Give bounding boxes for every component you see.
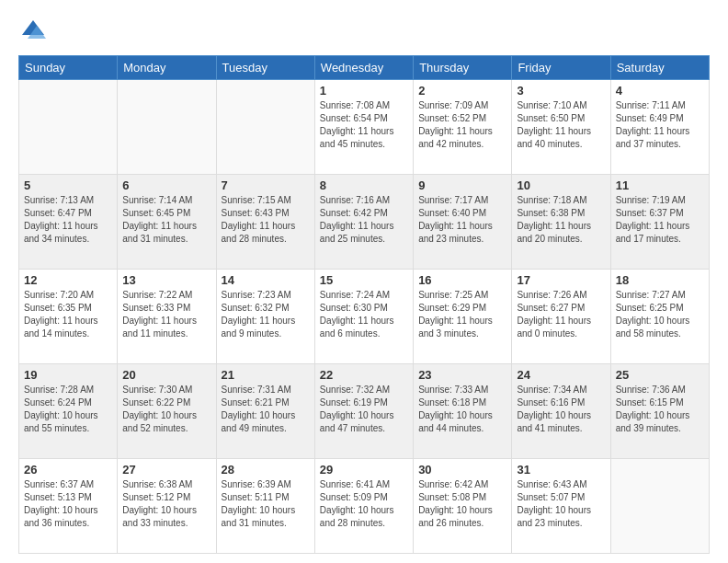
weekday-header-sunday: Sunday: [19, 56, 118, 80]
day-number: 24: [517, 368, 605, 382]
calendar-week-row: 26Sunrise: 6:37 AM Sunset: 5:13 PM Dayli…: [19, 459, 710, 554]
day-info: Sunrise: 7:33 AM Sunset: 6:18 PM Dayligh…: [418, 384, 506, 435]
day-number: 7: [222, 178, 310, 192]
calendar-cell: 31Sunrise: 6:43 AM Sunset: 5:07 PM Dayli…: [512, 459, 610, 554]
day-number: 16: [418, 273, 506, 287]
calendar-cell: 8Sunrise: 7:16 AM Sunset: 6:42 PM Daylig…: [314, 175, 413, 270]
day-info: Sunrise: 7:11 AM Sunset: 6:49 PM Dayligh…: [616, 99, 704, 151]
day-number: 26: [24, 463, 112, 477]
weekday-header-thursday: Thursday: [414, 56, 512, 80]
day-info: Sunrise: 7:18 AM Sunset: 6:38 PM Dayligh…: [517, 194, 605, 246]
day-number: 27: [122, 463, 210, 477]
day-info: Sunrise: 7:24 AM Sunset: 6:30 PM Dayligh…: [320, 289, 408, 340]
day-info: Sunrise: 6:38 AM Sunset: 5:12 PM Dayligh…: [122, 478, 210, 530]
day-number: 30: [418, 463, 506, 477]
day-info: Sunrise: 7:23 AM Sunset: 6:32 PM Dayligh…: [222, 289, 310, 340]
day-number: 4: [616, 84, 704, 98]
day-info: Sunrise: 7:17 AM Sunset: 6:40 PM Dayligh…: [418, 194, 506, 246]
calendar-cell: 11Sunrise: 7:19 AM Sunset: 6:37 PM Dayli…: [610, 175, 709, 270]
day-info: Sunrise: 7:20 AM Sunset: 6:35 PM Dayligh…: [24, 289, 112, 340]
day-info: Sunrise: 7:36 AM Sunset: 6:15 PM Dayligh…: [616, 384, 704, 435]
weekday-header-saturday: Saturday: [610, 56, 709, 80]
calendar-cell: [19, 80, 118, 175]
logo: [18, 17, 51, 46]
day-info: Sunrise: 7:25 AM Sunset: 6:29 PM Dayligh…: [418, 289, 506, 340]
calendar-cell: 10Sunrise: 7:18 AM Sunset: 6:38 PM Dayli…: [512, 175, 610, 270]
day-info: Sunrise: 7:10 AM Sunset: 6:50 PM Dayligh…: [517, 99, 605, 151]
day-info: Sunrise: 7:32 AM Sunset: 6:19 PM Dayligh…: [320, 384, 408, 435]
calendar-cell: 30Sunrise: 6:42 AM Sunset: 5:08 PM Dayli…: [414, 459, 512, 554]
day-number: 17: [517, 273, 605, 287]
day-number: 25: [616, 368, 704, 382]
day-number: 19: [24, 368, 112, 382]
day-number: 10: [517, 178, 605, 192]
calendar-cell: 27Sunrise: 6:38 AM Sunset: 5:12 PM Dayli…: [118, 459, 216, 554]
day-info: Sunrise: 7:14 AM Sunset: 6:45 PM Dayligh…: [122, 194, 210, 246]
day-number: 1: [320, 84, 408, 98]
calendar-cell: 23Sunrise: 7:33 AM Sunset: 6:18 PM Dayli…: [414, 364, 512, 459]
calendar-cell: 13Sunrise: 7:22 AM Sunset: 6:33 PM Dayli…: [118, 270, 216, 364]
day-number: 29: [320, 463, 408, 477]
logo-icon: [18, 17, 48, 46]
day-info: Sunrise: 7:13 AM Sunset: 6:47 PM Dayligh…: [24, 194, 112, 246]
day-number: 8: [320, 178, 408, 192]
day-number: 12: [24, 273, 112, 287]
day-number: 23: [418, 368, 506, 382]
day-number: 20: [122, 368, 210, 382]
day-number: 2: [418, 84, 506, 98]
calendar-cell: 4Sunrise: 7:11 AM Sunset: 6:49 PM Daylig…: [610, 80, 709, 175]
day-number: 14: [222, 273, 310, 287]
weekday-header-row: SundayMondayTuesdayWednesdayThursdayFrid…: [19, 56, 710, 80]
calendar-week-row: 1Sunrise: 7:08 AM Sunset: 6:54 PM Daylig…: [19, 80, 710, 175]
day-info: Sunrise: 7:30 AM Sunset: 6:22 PM Dayligh…: [122, 384, 210, 435]
day-number: 9: [418, 178, 506, 192]
day-number: 21: [222, 368, 310, 382]
calendar-cell: 7Sunrise: 7:15 AM Sunset: 6:43 PM Daylig…: [216, 175, 314, 270]
calendar-cell: 16Sunrise: 7:25 AM Sunset: 6:29 PM Dayli…: [414, 270, 512, 364]
header: [18, 17, 710, 46]
weekday-header-friday: Friday: [512, 56, 610, 80]
day-info: Sunrise: 7:09 AM Sunset: 6:52 PM Dayligh…: [418, 99, 506, 151]
day-number: 18: [616, 273, 704, 287]
calendar-cell: 2Sunrise: 7:09 AM Sunset: 6:52 PM Daylig…: [414, 80, 512, 175]
calendar-week-row: 5Sunrise: 7:13 AM Sunset: 6:47 PM Daylig…: [19, 175, 710, 270]
calendar-cell: 19Sunrise: 7:28 AM Sunset: 6:24 PM Dayli…: [19, 364, 118, 459]
calendar-table: SundayMondayTuesdayWednesdayThursdayFrid…: [18, 55, 710, 554]
day-info: Sunrise: 7:19 AM Sunset: 6:37 PM Dayligh…: [616, 194, 704, 246]
calendar-cell: 14Sunrise: 7:23 AM Sunset: 6:32 PM Dayli…: [216, 270, 314, 364]
calendar-cell: 22Sunrise: 7:32 AM Sunset: 6:19 PM Dayli…: [314, 364, 413, 459]
calendar-cell: [118, 80, 216, 175]
day-number: 5: [24, 178, 112, 192]
day-number: 6: [122, 178, 210, 192]
day-info: Sunrise: 7:22 AM Sunset: 6:33 PM Dayligh…: [122, 289, 210, 340]
day-info: Sunrise: 6:42 AM Sunset: 5:08 PM Dayligh…: [418, 478, 506, 530]
calendar-week-row: 19Sunrise: 7:28 AM Sunset: 6:24 PM Dayli…: [19, 364, 710, 459]
day-info: Sunrise: 6:43 AM Sunset: 5:07 PM Dayligh…: [517, 478, 605, 530]
calendar-cell: 18Sunrise: 7:27 AM Sunset: 6:25 PM Dayli…: [610, 270, 709, 364]
day-info: Sunrise: 7:08 AM Sunset: 6:54 PM Dayligh…: [320, 99, 408, 151]
calendar-cell: 20Sunrise: 7:30 AM Sunset: 6:22 PM Dayli…: [118, 364, 216, 459]
day-number: 22: [320, 368, 408, 382]
day-number: 3: [517, 84, 605, 98]
calendar-cell: 15Sunrise: 7:24 AM Sunset: 6:30 PM Dayli…: [314, 270, 413, 364]
day-number: 15: [320, 273, 408, 287]
weekday-header-monday: Monday: [118, 56, 216, 80]
weekday-header-wednesday: Wednesday: [314, 56, 413, 80]
page: SundayMondayTuesdayWednesdayThursdayFrid…: [0, 0, 728, 563]
calendar-cell: [216, 80, 314, 175]
day-info: Sunrise: 7:34 AM Sunset: 6:16 PM Dayligh…: [517, 384, 605, 435]
day-info: Sunrise: 7:27 AM Sunset: 6:25 PM Dayligh…: [616, 289, 704, 340]
calendar-cell: 26Sunrise: 6:37 AM Sunset: 5:13 PM Dayli…: [19, 459, 118, 554]
calendar-cell: 12Sunrise: 7:20 AM Sunset: 6:35 PM Dayli…: [19, 270, 118, 364]
calendar-cell: 5Sunrise: 7:13 AM Sunset: 6:47 PM Daylig…: [19, 175, 118, 270]
calendar-cell: 25Sunrise: 7:36 AM Sunset: 6:15 PM Dayli…: [610, 364, 709, 459]
calendar-cell: [610, 459, 709, 554]
calendar-cell: 28Sunrise: 6:39 AM Sunset: 5:11 PM Dayli…: [216, 459, 314, 554]
day-info: Sunrise: 7:16 AM Sunset: 6:42 PM Dayligh…: [320, 194, 408, 246]
calendar-cell: 9Sunrise: 7:17 AM Sunset: 6:40 PM Daylig…: [414, 175, 512, 270]
calendar-week-row: 12Sunrise: 7:20 AM Sunset: 6:35 PM Dayli…: [19, 270, 710, 364]
calendar-cell: 3Sunrise: 7:10 AM Sunset: 6:50 PM Daylig…: [512, 80, 610, 175]
day-number: 31: [517, 463, 605, 477]
day-info: Sunrise: 7:28 AM Sunset: 6:24 PM Dayligh…: [24, 384, 112, 435]
weekday-header-tuesday: Tuesday: [216, 56, 314, 80]
